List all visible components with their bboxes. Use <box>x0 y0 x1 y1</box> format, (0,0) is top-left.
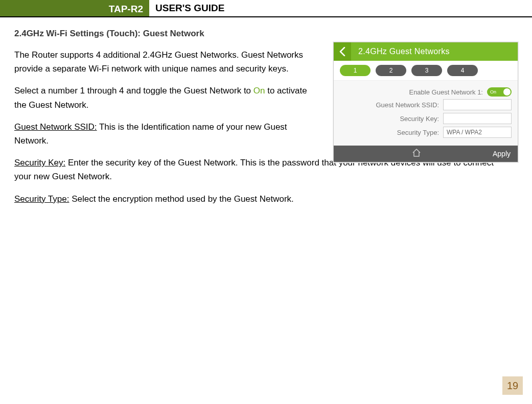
security-type-paragraph: Security Type: Select the encryption met… <box>14 192 505 206</box>
ssid-field-label: Guest Network SSID: <box>340 101 439 109</box>
seckey-label: Security Key: <box>14 158 65 168</box>
tab-2[interactable]: 2 <box>376 65 406 76</box>
ssid-label: Guest Network SSID: <box>14 122 97 132</box>
home-icon[interactable] <box>412 149 421 159</box>
select-paragraph: Select a number 1 through 4 and toggle t… <box>14 84 318 111</box>
header-model: TAP-R2 <box>107 0 149 16</box>
screenshot-header: 2.4GHz Guest Networks <box>334 42 518 61</box>
back-icon[interactable] <box>334 42 351 61</box>
sectype-label: Security Type: <box>14 194 69 204</box>
select-pre: Select a number 1 through 4 and toggle t… <box>14 86 253 96</box>
enable-label: Enable Guest Network 1: <box>340 88 483 96</box>
network-tabs: 1 2 3 4 <box>334 61 518 81</box>
sectype-text: Select the encryption method used by the… <box>69 194 293 204</box>
screenshot-body: Enable Guest Network 1: On Guest Network… <box>334 81 518 146</box>
page-header: TAP-R2 USER'S GUIDE <box>0 0 532 17</box>
ssid-paragraph: Guest Network SSID: This is the Identifi… <box>14 120 318 148</box>
header-accent-bar <box>0 0 107 16</box>
page-number: 19 <box>502 376 523 395</box>
security-key-field-label: Security Key: <box>340 115 439 123</box>
intro-paragraph: The Router supports 4 additional 2.4GHz … <box>14 48 318 76</box>
security-type-field-label: Security Type: <box>340 129 439 136</box>
ssid-input[interactable] <box>443 99 512 110</box>
security-type-select[interactable]: WPA / WPA2 <box>443 127 512 138</box>
screenshot-title: 2.4GHz Guest Networks <box>351 47 450 56</box>
toggle-text: On <box>490 89 496 94</box>
screenshot-footer: Apply <box>334 146 518 162</box>
security-key-input[interactable] <box>443 113 512 124</box>
tab-3[interactable]: 3 <box>411 65 442 76</box>
on-word: On <box>253 86 265 96</box>
device-screenshot: 2.4GHz Guest Networks 1 2 3 4 Enable Gue… <box>333 42 518 162</box>
header-title: USER'S GUIDE <box>149 0 224 16</box>
enable-toggle[interactable]: On <box>487 87 512 97</box>
section-title: 2.4GHz Wi-Fi Settings (Touch): Guest Net… <box>14 29 518 39</box>
tab-4[interactable]: 4 <box>447 65 478 76</box>
apply-button[interactable]: Apply <box>493 150 511 158</box>
tab-1[interactable]: 1 <box>340 65 371 76</box>
